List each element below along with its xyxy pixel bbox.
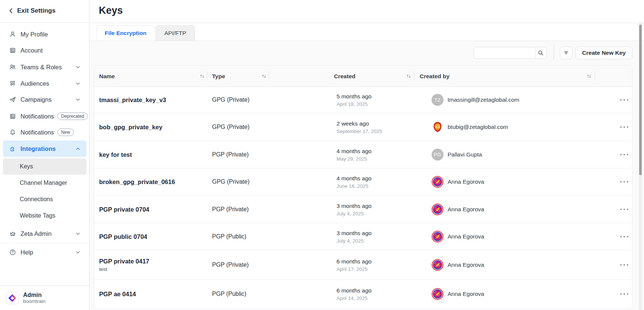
key-name: tmassi_private_key_v3 [99, 97, 166, 104]
help-icon [9, 249, 16, 256]
sidebar-divider [0, 243, 89, 243]
org-icon [9, 113, 16, 120]
table-row[interactable]: bob_gpg_private_key GPG (Private) 2 week… [94, 113, 632, 141]
column-header-name[interactable]: Name [99, 66, 115, 87]
key-name: broken_gpg_private_0616 [99, 178, 175, 186]
sidebar-item-notifications[interactable]: Notifications New [3, 124, 86, 140]
created-relative: 5 months ago [337, 93, 372, 100]
sidebar-item-notifications[interactable]: Notifications Deprecated [3, 108, 86, 124]
bubbles-icon [9, 80, 16, 87]
key-type: GPG (Private) [212, 178, 249, 185]
filter-button[interactable] [560, 47, 572, 59]
row-actions-button[interactable] [618, 95, 631, 104]
key-name: key for test [99, 151, 132, 158]
key-subtitle: test [99, 266, 149, 272]
table-body: tmassi_private_key_v3 GPG (Private) 5 mo… [94, 87, 632, 309]
tab-api-ftp[interactable]: API/FTP [156, 25, 195, 41]
key-type: PGP (Private) [212, 262, 249, 268]
created-by-name: tmassingill@zetaglobal.com [448, 97, 519, 103]
header-divider [414, 72, 414, 80]
sidebar-item-channel-manager[interactable]: Channel Manager [3, 175, 86, 191]
key-type: GPG (Private) [212, 97, 249, 103]
tab-file-encryption[interactable]: File Encryption [96, 25, 155, 41]
toolbar-divider [554, 47, 554, 59]
avatar-bug-badge [432, 259, 443, 271]
scrollbar-thumb[interactable] [639, 25, 642, 175]
create-new-key-button[interactable]: Create New Key [575, 47, 632, 59]
sidebar-item-campaigns[interactable]: Campaigns [3, 91, 86, 108]
table-row[interactable]: broken_gpg_private_0616 GPG (Private) 4 … [94, 168, 632, 196]
avatar-initials: TZ [432, 94, 443, 106]
sidebar-item-connections[interactable]: Connections [3, 191, 86, 208]
search-icon [537, 50, 544, 56]
header-divider [595, 72, 595, 80]
header-divider [269, 72, 269, 80]
avatar-ironman [432, 121, 443, 133]
column-header-type[interactable]: Type [212, 66, 225, 87]
table-row[interactable]: key for test PGP (Private) 4 months ago … [94, 141, 632, 168]
bell-icon [9, 129, 16, 136]
created-by-name: Anna Egorova [448, 178, 484, 185]
settings-sidebar: Exit Settings My Profile Account Teams &… [0, 0, 89, 310]
sidebar-item-keys[interactable]: Keys [3, 158, 86, 175]
created-by-name: Anna Egorova [448, 291, 484, 297]
avatar-bug-badge [432, 231, 443, 243]
row-actions-button[interactable] [618, 150, 631, 159]
page-title: Keys [99, 5, 123, 16]
org-icon [9, 47, 16, 54]
send-icon [9, 96, 16, 103]
key-type: PGP (Public) [212, 233, 246, 240]
scrollbar[interactable] [639, 23, 642, 310]
column-header-created[interactable]: Created [334, 66, 356, 87]
chevron-down-icon [75, 249, 81, 256]
created-relative: 3 months ago [337, 230, 372, 236]
zeta-logo [6, 292, 19, 304]
created-date: July 4, 2025 [337, 238, 372, 243]
sort-icon[interactable] [586, 73, 592, 79]
created-relative: 6 months ago [337, 287, 372, 294]
sidebar-item-website-tags[interactable]: Website Tags [3, 208, 86, 224]
people-icon [9, 63, 16, 71]
settings-app: Exit Settings My Profile Account Teams &… [0, 0, 644, 310]
sidebar-item-help[interactable]: Help [3, 244, 86, 260]
key-type: PGP (Private) [212, 206, 249, 213]
sort-icon[interactable] [199, 73, 205, 79]
search-box [474, 47, 547, 59]
key-type: GPG (Private) [212, 124, 249, 130]
table-row[interactable]: PGP ae 0414 PGP (Public) 6 months ago Ap… [94, 280, 632, 309]
sidebar-item-account[interactable]: Account [3, 42, 86, 58]
row-actions-button[interactable] [618, 205, 631, 214]
table-row[interactable]: PGP private 0704 PGP (Private) 3 months … [94, 196, 632, 223]
created-relative: 4 months ago [337, 148, 372, 154]
chevron-down-icon [75, 80, 81, 87]
column-header-created-by[interactable]: Created by [420, 66, 449, 87]
created-relative: 4 months ago [337, 175, 372, 182]
sidebar-item-integrations[interactable]: Integrations [3, 140, 86, 157]
workspace-switcher[interactable]: Admin boomtrain [0, 289, 89, 307]
exit-settings-button[interactable]: Exit Settings [0, 0, 89, 21]
sidebar-item-teams-roles[interactable]: Teams & Roles [3, 59, 86, 75]
search-button[interactable] [535, 47, 546, 58]
status-badge: New [57, 129, 74, 136]
row-actions-button[interactable] [618, 260, 631, 269]
table-row[interactable]: tmassi_private_key_v3 GPG (Private) 5 mo… [94, 87, 632, 113]
created-by-name: Pallavi Gupta [448, 151, 482, 158]
created-date: June 16, 2025 [337, 183, 372, 189]
row-actions-button[interactable] [618, 290, 631, 298]
sort-icon[interactable] [406, 73, 411, 79]
sidebar-item-my-profile[interactable]: My Profile [3, 26, 86, 42]
sort-icon[interactable] [261, 73, 267, 79]
table-row[interactable]: PGP public 0704 PGP (Public) 3 months ag… [94, 223, 632, 250]
sidebar-item-audiences[interactable]: Audiences [3, 75, 86, 92]
table-row[interactable]: PGP private 0417 test PGP (Private) 6 mo… [94, 250, 632, 280]
search-input[interactable] [474, 47, 535, 58]
sidebar-item-zeta-admin[interactable]: Zeta Admin [3, 225, 86, 242]
row-actions-button[interactable] [618, 177, 631, 186]
avatar-initials: PG [432, 149, 443, 161]
row-actions-button[interactable] [618, 123, 631, 132]
created-date: July 4, 2025 [337, 211, 372, 216]
row-actions-button[interactable] [618, 232, 631, 241]
chevron-down-icon [75, 230, 81, 237]
created-date: May 29, 2025 [337, 156, 372, 161]
table-header: NameTypeCreatedCreated by [94, 66, 632, 87]
